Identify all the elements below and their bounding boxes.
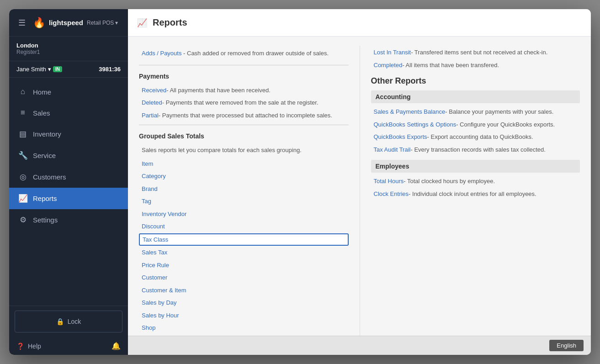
payments-deleted: Deleted - Payments that were removed fro… bbox=[139, 97, 349, 109]
tax-audit-trail-item: Tax Audit Trail - Every transaction reco… bbox=[371, 144, 580, 156]
sidebar-item-customers[interactable]: ◎ Customers bbox=[9, 166, 128, 188]
retail-pos-badge[interactable]: Retail POS ▾ bbox=[87, 20, 118, 26]
adds-payouts-line: Adds / Payouts - Cash added or removed f… bbox=[139, 47, 349, 59]
total-hours-link[interactable]: Total Hours bbox=[374, 177, 404, 186]
sidebar: ☰ 🔥 lightspeed Retail POS ▾ London Regis… bbox=[9, 9, 128, 355]
grouped-sales-section: Grouped Sales Totals Sales reports let y… bbox=[139, 125, 349, 336]
language-button[interactable]: English bbox=[549, 340, 584, 351]
sidebar-item-home[interactable]: ⌂ Home bbox=[9, 81, 128, 102]
sidebar-item-sales[interactable]: ≡ Sales bbox=[9, 102, 128, 123]
sidebar-item-label-settings: Settings bbox=[33, 216, 58, 224]
deleted-link[interactable]: Deleted bbox=[142, 98, 162, 107]
user-status-badge: IN bbox=[53, 66, 62, 72]
shop-link[interactable]: Shop bbox=[142, 323, 155, 332]
grouped-customer-item: Customer & Item bbox=[139, 285, 349, 296]
partial-link[interactable]: Partial bbox=[142, 111, 159, 120]
adds-payouts-link[interactable]: Adds / Payouts bbox=[142, 50, 181, 57]
item-link[interactable]: Item bbox=[142, 159, 153, 169]
help-row: ❓ Help 🔔 bbox=[9, 337, 128, 355]
grouped-category: Category bbox=[139, 170, 349, 182]
register-city: London bbox=[16, 42, 121, 49]
quickbooks-exports-link[interactable]: QuickBooks Exports bbox=[374, 132, 427, 142]
customer-link[interactable]: Customer bbox=[142, 273, 167, 282]
clock-entries-link[interactable]: Clock Entries bbox=[374, 190, 409, 199]
grouped-sales-divider bbox=[139, 125, 349, 125]
adds-payouts-desc: - Cash added or removed from drawer outs… bbox=[181, 50, 329, 57]
app-layout: ☰ 🔥 lightspeed Retail POS ▾ London Regis… bbox=[9, 9, 591, 355]
help-button[interactable]: ❓ Help bbox=[16, 343, 41, 350]
left-column: Adds / Payouts - Cash added or removed f… bbox=[139, 46, 360, 336]
reports-topbar-icon: 📈 bbox=[137, 18, 147, 28]
grouped-customer: Customer bbox=[139, 272, 349, 284]
category-link[interactable]: Category bbox=[142, 172, 166, 181]
hamburger-button[interactable]: ☰ bbox=[16, 16, 27, 30]
tax-class-link[interactable]: Tax Class bbox=[143, 235, 168, 244]
user-name-area: Jane Smith ▾ IN bbox=[16, 66, 62, 73]
inventory-icon: ▤ bbox=[18, 129, 27, 139]
app-window: ☰ 🔥 lightspeed Retail POS ▾ London Regis… bbox=[9, 9, 591, 355]
quickbooks-exports-item: QuickBooks Exports - Export accounting d… bbox=[371, 131, 580, 143]
customer-item-link[interactable]: Customer & Item bbox=[142, 286, 186, 295]
other-reports-title: Other Reports bbox=[371, 76, 580, 86]
right-column: Lost In Transit - Transfered items sent … bbox=[360, 46, 580, 336]
other-reports-section: Other Reports Accounting Sales & Payment… bbox=[371, 76, 580, 200]
completed-item: Completed - All items that have been tra… bbox=[371, 59, 580, 71]
sales-tax-link[interactable]: Sales Tax bbox=[142, 248, 167, 257]
sidebar-item-label-service: Service bbox=[33, 152, 56, 159]
tag-link[interactable]: Tag bbox=[142, 197, 151, 206]
price-rule-link[interactable]: Price Rule bbox=[142, 261, 169, 270]
sales-by-day-link[interactable]: Sales by Day bbox=[142, 298, 177, 307]
sidebar-item-inventory[interactable]: ▤ Inventory bbox=[9, 123, 128, 145]
payments-header: Payments bbox=[139, 70, 349, 83]
user-name-text: Jane Smith bbox=[16, 66, 46, 73]
sidebar-item-reports[interactable]: 📈 Reports bbox=[9, 188, 128, 209]
main-area: 📈 Reports Adds / Payouts - Cash added or… bbox=[128, 9, 591, 355]
grouped-tag: Tag bbox=[139, 195, 349, 207]
lock-label: Lock bbox=[68, 318, 81, 325]
grouped-inventory-vendor: Inventory Vendor bbox=[139, 208, 349, 220]
brand-link[interactable]: Brand bbox=[142, 185, 158, 194]
register-name: Register1 bbox=[16, 49, 121, 55]
quickbooks-settings-link[interactable]: QuickBooks Settings & Options bbox=[374, 120, 457, 129]
grouped-sales-by-day: Sales by Day bbox=[139, 297, 349, 309]
received-link[interactable]: Received bbox=[142, 86, 166, 95]
grouped-tax-class: Tax Class bbox=[139, 233, 349, 246]
payments-divider bbox=[139, 65, 349, 65]
customers-icon: ◎ bbox=[18, 172, 27, 182]
sidebar-item-settings[interactable]: ⚙ Settings bbox=[9, 209, 128, 231]
total-hours-item: Total Hours - Total clocked hours by emp… bbox=[371, 175, 580, 187]
sidebar-item-label-reports: Reports bbox=[33, 195, 57, 202]
sidebar-item-service[interactable]: 🔧 Service bbox=[9, 145, 128, 166]
sidebar-header: ☰ 🔥 lightspeed Retail POS ▾ bbox=[9, 9, 128, 37]
sales-payments-balance-link[interactable]: Sales & Payments Balance bbox=[374, 107, 446, 116]
help-label: Help bbox=[28, 343, 41, 350]
sidebar-item-label-customers: Customers bbox=[33, 173, 66, 181]
grouped-sales-tax: Sales Tax bbox=[139, 247, 349, 258]
nav-menu: ⌂ Home ≡ Sales ▤ Inventory 🔧 Service ◎ bbox=[9, 78, 128, 306]
settings-icon: ⚙ bbox=[18, 215, 27, 225]
lost-in-transit-link[interactable]: Lost In Transit bbox=[374, 48, 411, 57]
payments-section: Payments Received - All payments that ha… bbox=[139, 65, 349, 121]
accounting-header: Accounting bbox=[371, 90, 580, 103]
sidebar-bottom: 🔒 Lock ❓ Help 🔔 bbox=[9, 306, 128, 355]
payments-partial: Partial - Payments that were processed b… bbox=[139, 110, 349, 121]
lost-in-transit-item: Lost In Transit - Transfered items sent … bbox=[371, 47, 580, 58]
notification-icon[interactable]: 🔔 bbox=[112, 342, 121, 350]
lock-button[interactable]: 🔒 Lock bbox=[15, 311, 122, 332]
sales-by-hour-link[interactable]: Sales by Hour bbox=[142, 311, 179, 320]
lightspeed-logo-icon: 🔥 bbox=[33, 17, 45, 29]
grouped-brand: Brand bbox=[139, 183, 349, 195]
inventory-vendor-link[interactable]: Inventory Vendor bbox=[142, 210, 186, 219]
sales-payments-balance-item: Sales & Payments Balance - Balance your … bbox=[371, 106, 580, 118]
adds-payouts-section: Adds / Payouts - Cash added or removed f… bbox=[139, 47, 349, 59]
tax-audit-trail-link[interactable]: Tax Audit Trail bbox=[374, 145, 411, 154]
sidebar-item-label-inventory: Inventory bbox=[33, 130, 61, 138]
completed-link[interactable]: Completed bbox=[374, 61, 403, 70]
service-icon: 🔧 bbox=[18, 151, 27, 160]
discount-link[interactable]: Discount bbox=[142, 222, 165, 231]
logo-area: 🔥 lightspeed Retail POS ▾ bbox=[33, 17, 121, 29]
top-bar: 📈 Reports bbox=[128, 9, 591, 37]
content-area: Adds / Payouts - Cash added or removed f… bbox=[128, 37, 591, 336]
sales-icon: ≡ bbox=[18, 108, 27, 117]
clock-entries-item: Clock Entries - Individual clock in/out … bbox=[371, 188, 580, 200]
